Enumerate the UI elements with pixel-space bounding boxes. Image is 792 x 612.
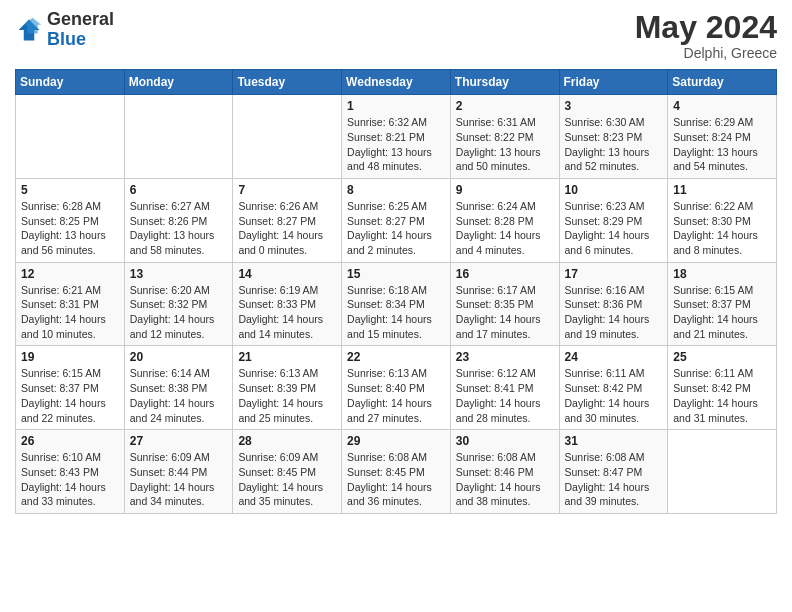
cell-sun-info: Sunrise: 6:32 AM Sunset: 8:21 PM Dayligh… [347,115,445,174]
calendar-cell: 7 Sunrise: 6:26 AM Sunset: 8:27 PM Dayli… [233,178,342,262]
sunrise-text: Sunrise: 6:16 AM [565,284,645,296]
daylight-text: Daylight: 14 hours and 8 minutes. [673,229,758,256]
cell-date-number: 3 [565,99,663,113]
sunrise-text: Sunrise: 6:10 AM [21,451,101,463]
calendar-cell: 31 Sunrise: 6:08 AM Sunset: 8:47 PM Dayl… [559,430,668,514]
sunset-text: Sunset: 8:21 PM [347,131,425,143]
cell-date-number: 15 [347,267,445,281]
sunrise-text: Sunrise: 6:08 AM [456,451,536,463]
daylight-text: Daylight: 13 hours and 56 minutes. [21,229,106,256]
cell-sun-info: Sunrise: 6:29 AM Sunset: 8:24 PM Dayligh… [673,115,771,174]
daylight-text: Daylight: 14 hours and 22 minutes. [21,397,106,424]
daylight-text: Daylight: 14 hours and 39 minutes. [565,481,650,508]
cell-sun-info: Sunrise: 6:15 AM Sunset: 8:37 PM Dayligh… [673,283,771,342]
sunrise-text: Sunrise: 6:11 AM [673,367,753,379]
daylight-text: Daylight: 14 hours and 31 minutes. [673,397,758,424]
cell-date-number: 31 [565,434,663,448]
logo-blue: Blue [47,30,114,50]
daylight-text: Daylight: 14 hours and 4 minutes. [456,229,541,256]
logo-general: General [47,10,114,30]
sunrise-text: Sunrise: 6:13 AM [347,367,427,379]
calendar-cell: 24 Sunrise: 6:11 AM Sunset: 8:42 PM Dayl… [559,346,668,430]
cell-sun-info: Sunrise: 6:22 AM Sunset: 8:30 PM Dayligh… [673,199,771,258]
calendar-cell [233,95,342,179]
calendar-cell: 19 Sunrise: 6:15 AM Sunset: 8:37 PM Dayl… [16,346,125,430]
cell-sun-info: Sunrise: 6:28 AM Sunset: 8:25 PM Dayligh… [21,199,119,258]
calendar-table: SundayMondayTuesdayWednesdayThursdayFrid… [15,69,777,514]
daylight-text: Daylight: 14 hours and 28 minutes. [456,397,541,424]
daylight-text: Daylight: 13 hours and 54 minutes. [673,146,758,173]
sunset-text: Sunset: 8:40 PM [347,382,425,394]
sunrise-text: Sunrise: 6:17 AM [456,284,536,296]
daylight-text: Daylight: 14 hours and 17 minutes. [456,313,541,340]
sunrise-text: Sunrise: 6:15 AM [21,367,101,379]
cell-date-number: 17 [565,267,663,281]
cell-date-number: 12 [21,267,119,281]
calendar-week-row: 19 Sunrise: 6:15 AM Sunset: 8:37 PM Dayl… [16,346,777,430]
cell-date-number: 28 [238,434,336,448]
daylight-text: Daylight: 14 hours and 19 minutes. [565,313,650,340]
cell-date-number: 7 [238,183,336,197]
calendar-cell: 23 Sunrise: 6:12 AM Sunset: 8:41 PM Dayl… [450,346,559,430]
sunrise-text: Sunrise: 6:09 AM [130,451,210,463]
sunset-text: Sunset: 8:22 PM [456,131,534,143]
sunset-text: Sunset: 8:33 PM [238,298,316,310]
sunrise-text: Sunrise: 6:12 AM [456,367,536,379]
calendar-cell: 11 Sunrise: 6:22 AM Sunset: 8:30 PM Dayl… [668,178,777,262]
cell-date-number: 6 [130,183,228,197]
sunset-text: Sunset: 8:41 PM [456,382,534,394]
daylight-text: Daylight: 14 hours and 6 minutes. [565,229,650,256]
sunrise-text: Sunrise: 6:20 AM [130,284,210,296]
cell-date-number: 11 [673,183,771,197]
sunrise-text: Sunrise: 6:09 AM [238,451,318,463]
calendar-cell: 14 Sunrise: 6:19 AM Sunset: 8:33 PM Dayl… [233,262,342,346]
sunrise-text: Sunrise: 6:30 AM [565,116,645,128]
daylight-text: Daylight: 14 hours and 21 minutes. [673,313,758,340]
sunrise-text: Sunrise: 6:26 AM [238,200,318,212]
calendar-cell: 28 Sunrise: 6:09 AM Sunset: 8:45 PM Dayl… [233,430,342,514]
sunset-text: Sunset: 8:42 PM [565,382,643,394]
cell-sun-info: Sunrise: 6:26 AM Sunset: 8:27 PM Dayligh… [238,199,336,258]
calendar-cell: 29 Sunrise: 6:08 AM Sunset: 8:45 PM Dayl… [342,430,451,514]
sunset-text: Sunset: 8:30 PM [673,215,751,227]
calendar-cell: 2 Sunrise: 6:31 AM Sunset: 8:22 PM Dayli… [450,95,559,179]
cell-sun-info: Sunrise: 6:15 AM Sunset: 8:37 PM Dayligh… [21,366,119,425]
daylight-text: Daylight: 14 hours and 36 minutes. [347,481,432,508]
cell-date-number: 8 [347,183,445,197]
sunrise-text: Sunrise: 6:25 AM [347,200,427,212]
cell-date-number: 30 [456,434,554,448]
cell-sun-info: Sunrise: 6:09 AM Sunset: 8:44 PM Dayligh… [130,450,228,509]
cell-sun-info: Sunrise: 6:27 AM Sunset: 8:26 PM Dayligh… [130,199,228,258]
calendar-day-header: Thursday [450,70,559,95]
calendar-week-row: 5 Sunrise: 6:28 AM Sunset: 8:25 PM Dayli… [16,178,777,262]
sunset-text: Sunset: 8:45 PM [347,466,425,478]
sunset-text: Sunset: 8:36 PM [565,298,643,310]
calendar-cell: 18 Sunrise: 6:15 AM Sunset: 8:37 PM Dayl… [668,262,777,346]
cell-sun-info: Sunrise: 6:13 AM Sunset: 8:40 PM Dayligh… [347,366,445,425]
sunset-text: Sunset: 8:45 PM [238,466,316,478]
sunset-text: Sunset: 8:37 PM [673,298,751,310]
calendar-cell: 9 Sunrise: 6:24 AM Sunset: 8:28 PM Dayli… [450,178,559,262]
sunset-text: Sunset: 8:27 PM [347,215,425,227]
sunrise-text: Sunrise: 6:18 AM [347,284,427,296]
sunset-text: Sunset: 8:38 PM [130,382,208,394]
sunset-text: Sunset: 8:43 PM [21,466,99,478]
cell-date-number: 4 [673,99,771,113]
calendar-day-header: Friday [559,70,668,95]
cell-date-number: 21 [238,350,336,364]
sunset-text: Sunset: 8:24 PM [673,131,751,143]
calendar-cell [668,430,777,514]
logo-icon [15,16,43,44]
daylight-text: Daylight: 14 hours and 35 minutes. [238,481,323,508]
calendar-cell: 15 Sunrise: 6:18 AM Sunset: 8:34 PM Dayl… [342,262,451,346]
sunset-text: Sunset: 8:42 PM [673,382,751,394]
calendar-cell: 16 Sunrise: 6:17 AM Sunset: 8:35 PM Dayl… [450,262,559,346]
cell-date-number: 1 [347,99,445,113]
cell-sun-info: Sunrise: 6:14 AM Sunset: 8:38 PM Dayligh… [130,366,228,425]
daylight-text: Daylight: 14 hours and 0 minutes. [238,229,323,256]
calendar-day-header: Tuesday [233,70,342,95]
calendar-day-header: Monday [124,70,233,95]
sunrise-text: Sunrise: 6:11 AM [565,367,645,379]
daylight-text: Daylight: 14 hours and 15 minutes. [347,313,432,340]
sunrise-text: Sunrise: 6:23 AM [565,200,645,212]
